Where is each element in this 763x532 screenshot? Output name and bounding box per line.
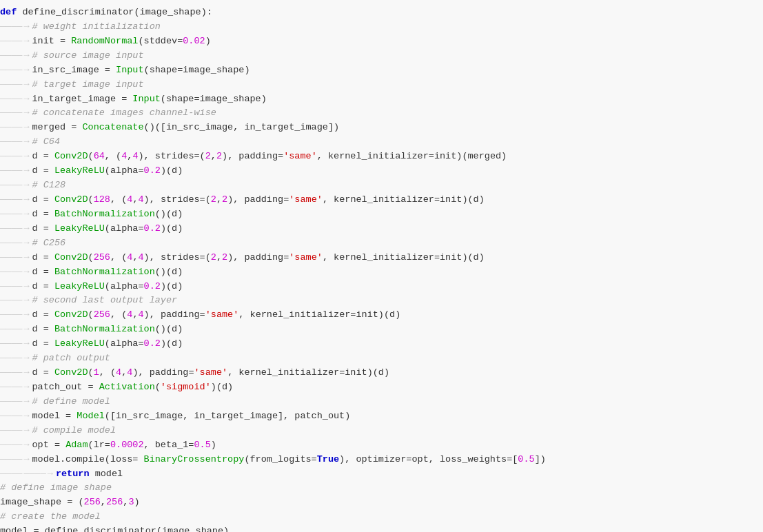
token-num: 0.02 (183, 34, 205, 49)
token-cm: # patch output (32, 351, 110, 366)
code-line: ————→# second last output layer (0, 294, 763, 308)
token-plain: (shape=image_shape) (144, 63, 250, 78)
indent-marker: ———— (0, 49, 22, 63)
token-num: 2 (216, 150, 222, 164)
token-plain: ( (88, 251, 94, 265)
token-plain: , ( (105, 150, 121, 164)
token-bi: Input (132, 92, 161, 107)
indent-marker: ———— (0, 78, 22, 92)
token-num: 128 (94, 193, 110, 207)
token-plain: )(d) (161, 280, 183, 294)
token-plain: )(d) (161, 337, 183, 351)
indent-arrow: → (23, 121, 29, 135)
token-num: 4 (127, 308, 132, 323)
code-line: ————→d = LeakyReLU(alpha=0.2)(d) (0, 280, 763, 294)
token-plain: , (123, 495, 128, 510)
token-plain: d = (32, 265, 54, 280)
indent-arrow: → (23, 351, 29, 366)
code-line: ————→# patch output (0, 351, 763, 366)
indent-arrow: → (23, 265, 29, 280)
token-plain: ), optimizer=opt, loss_weights=[ (339, 453, 518, 467)
token-cm: # source image input (32, 49, 144, 63)
indent-marker: ———— (0, 178, 22, 193)
code-line: ————→d = LeakyReLU(alpha=0.2)(d) (0, 337, 763, 351)
code-line: ————→# define model (0, 395, 763, 409)
indent-arrow: → (23, 106, 29, 121)
token-plain: , kernel_initializer=init)(d) (227, 366, 389, 380)
token-plain: ), strides=( (144, 251, 211, 265)
indent-arrow: → (23, 453, 29, 467)
token-plain: , (216, 251, 222, 265)
token-num: 2 (211, 251, 216, 265)
indent-arrow: → (23, 366, 29, 380)
indent-arrow: → (23, 207, 29, 222)
token-str: 'same' (194, 366, 228, 380)
token-cm: # weight initialization (32, 20, 161, 34)
token-bi: BatchNormalization (54, 323, 155, 337)
token-cm: # target image input (32, 78, 144, 92)
indent-arrow: → (23, 92, 29, 107)
token-plain: ( (88, 150, 94, 164)
token-plain: (lr= (88, 438, 110, 453)
token-bi: Concatenate (82, 121, 143, 135)
token-plain: ) (134, 495, 139, 510)
code-line: # define image shape (0, 481, 763, 495)
token-num: 0.2 (144, 164, 161, 178)
code-line: image_shape = (256,256,3) (0, 495, 763, 510)
token-cm: # compile model (32, 424, 116, 438)
token-plain: ( (88, 308, 94, 323)
token-plain: (alpha= (105, 280, 144, 294)
token-bi: Activation (99, 380, 155, 395)
token-plain: in_target_image = (32, 92, 133, 107)
token-num: 2 (222, 251, 227, 265)
indent-marker: ———— (0, 20, 22, 34)
token-plain: , (132, 193, 138, 207)
token-num: 2 (211, 193, 216, 207)
code-line: ————→model = Model([in_src_image, in_tar… (0, 409, 763, 424)
token-plain: , kernel_initializer=init)(merged) (317, 150, 507, 164)
token-plain: ( (155, 380, 161, 395)
code-line: ————→# source image input (0, 49, 763, 63)
indent-arrow: → (23, 49, 29, 63)
indent-arrow: → (23, 78, 29, 92)
token-plain: ), padding= (144, 308, 205, 323)
code-line: def define_discriminator(image_shape): (0, 6, 763, 20)
indent-marker: ———— (0, 467, 22, 482)
code-line: ————→# weight initialization (0, 20, 763, 34)
token-plain: d = (32, 222, 54, 236)
indent-marker: ———— (0, 135, 22, 150)
indent-arrow: → (23, 150, 29, 164)
indent-marker2: ———— (23, 467, 45, 482)
code-line: ————→d = LeakyReLU(alpha=0.2)(d) (0, 164, 763, 178)
token-plain: , (101, 495, 106, 510)
indent-arrow: → (23, 135, 29, 150)
token-plain: ) (211, 438, 216, 453)
token-str: 'same' (289, 251, 323, 265)
token-cm: # concatenate images channel-wise (32, 106, 216, 121)
token-plain: (alpha= (105, 164, 144, 178)
token-plain: )(d) (211, 380, 233, 395)
token-plain: d = (32, 251, 54, 265)
token-plain: , (132, 251, 138, 265)
token-plain: init = (32, 34, 72, 49)
token-plain: ]) (535, 453, 546, 467)
indent-marker: ———— (0, 380, 22, 395)
token-bi: LeakyReLU (54, 337, 105, 351)
indent-marker: ———— (0, 92, 22, 107)
token-num: 64 (94, 150, 105, 164)
indent-marker: ———— (0, 193, 22, 207)
token-bi: LeakyReLU (54, 280, 105, 294)
token-cm: # C64 (32, 135, 61, 150)
token-plain: patch_out = (32, 380, 99, 395)
token-num: 4 (127, 193, 132, 207)
token-plain: ()(d) (155, 265, 183, 280)
code-line: ————————→return model (0, 467, 763, 482)
token-bi: Model (77, 409, 105, 424)
indent-marker: ———— (0, 222, 22, 236)
indent-arrow: → (23, 409, 29, 424)
token-plain: d = (32, 337, 54, 351)
token-num: 0.0002 (110, 438, 144, 453)
token-str: 'same' (205, 308, 239, 323)
token-num: 4 (138, 308, 143, 323)
token-str: 'same' (289, 193, 323, 207)
